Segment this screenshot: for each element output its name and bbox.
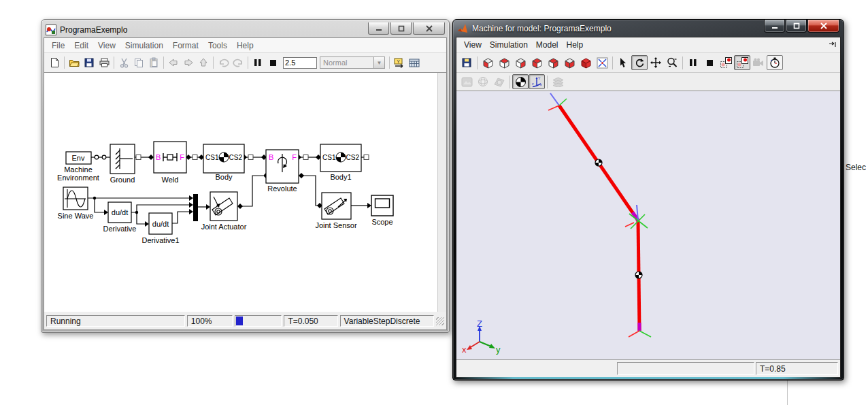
block-derivative[interactable]: du/dt Derivative xyxy=(103,202,137,233)
body1-cs1: CS1 xyxy=(322,154,336,161)
block-body[interactable]: CS1 CS2 Body xyxy=(203,144,244,181)
block-revolute[interactable]: B F Revolute xyxy=(266,150,299,193)
block-body1[interactable]: CS1 CS2 Body1 xyxy=(320,144,361,181)
block-machine-environment[interactable]: Env Machine Environment xyxy=(57,152,99,182)
update-rate-button[interactable] xyxy=(767,55,783,70)
library-browser-icon: Y xyxy=(393,57,405,68)
minimize-button[interactable] xyxy=(764,20,785,33)
print-button[interactable] xyxy=(97,56,112,69)
pause-button[interactable] xyxy=(685,55,701,70)
picture-icon xyxy=(461,77,473,87)
redo-button[interactable] xyxy=(231,56,246,69)
back-button[interactable] xyxy=(166,56,181,69)
highlight-machine-button[interactable] xyxy=(718,55,734,70)
open-button[interactable] xyxy=(67,56,82,69)
simulation-mode-dropdown[interactable]: Normal ▼ xyxy=(320,56,385,69)
select-tool-button[interactable] xyxy=(615,55,631,70)
machine-3d-viewport[interactable]: Z y x xyxy=(456,91,840,360)
zoom-tool-button[interactable] xyxy=(664,55,680,70)
menu-overflow-arrow-icon[interactable] xyxy=(829,42,837,48)
menu-simulation[interactable]: Simulation xyxy=(120,39,168,52)
view-left-button[interactable] xyxy=(480,55,496,70)
fit-to-view-button[interactable] xyxy=(594,55,610,70)
status-state-text: Running xyxy=(50,317,81,326)
restore-icon xyxy=(398,25,405,32)
whole-machine-view-button[interactable] xyxy=(734,55,750,70)
block-mux[interactable] xyxy=(193,194,198,221)
arrow-right-icon xyxy=(183,58,194,67)
undo-button[interactable] xyxy=(216,56,231,69)
machine-toolbar-row1 xyxy=(456,53,840,73)
menu-view[interactable]: View xyxy=(460,39,486,51)
close-icon xyxy=(426,25,433,32)
ellipsoid-display-button[interactable] xyxy=(475,74,491,89)
paste-icon xyxy=(148,57,159,68)
menu-simulation[interactable]: Simulation xyxy=(486,39,532,51)
resize-grip[interactable] xyxy=(436,317,444,325)
convex-hull-display-button[interactable] xyxy=(491,74,507,89)
show-coordinate-systems-button[interactable]: Y x z xyxy=(529,74,545,89)
simulation-stop-time-input[interactable] xyxy=(283,57,317,69)
pointer-icon xyxy=(618,57,628,68)
stop-button[interactable] xyxy=(701,55,718,70)
minimize-button[interactable] xyxy=(368,22,389,35)
menu-model[interactable]: Model xyxy=(532,39,563,51)
menu-help[interactable]: Help xyxy=(563,39,588,51)
block-joint-actuator[interactable]: Joint Actuator xyxy=(201,192,247,231)
close-button[interactable] xyxy=(413,22,445,35)
block-ground[interactable]: Ground xyxy=(110,144,135,184)
machine-titlebar[interactable]: Machine for model: ProgramaExemplo xyxy=(456,20,841,37)
view-right-button[interactable] xyxy=(512,55,529,70)
maximize-button[interactable] xyxy=(786,20,807,33)
machine-env-text: Env xyxy=(72,154,85,162)
menu-view[interactable]: View xyxy=(93,39,120,52)
model-browser-button[interactable] xyxy=(407,56,422,69)
up-button[interactable] xyxy=(196,56,211,69)
block-joint-sensor[interactable]: Joint Sensor xyxy=(315,193,356,229)
center-of-mass-icon xyxy=(336,152,346,162)
cut-button[interactable] xyxy=(116,56,131,69)
view-top-button[interactable] xyxy=(496,55,512,70)
block-derivative1[interactable]: du/dt Derivative1 xyxy=(141,213,179,244)
rotate-tool-button[interactable] xyxy=(631,55,648,70)
restore-button[interactable] xyxy=(390,22,412,35)
block-weld[interactable]: B F Weld xyxy=(154,142,186,184)
forward-button[interactable] xyxy=(181,56,196,69)
block-scope[interactable]: Scope xyxy=(371,195,393,226)
save-button[interactable] xyxy=(82,56,97,69)
model-canvas[interactable]: Env Machine Environment Ground xyxy=(44,73,446,312)
status-solver-text: VariableStepDiscrete xyxy=(344,317,420,326)
menu-tools[interactable]: Tools xyxy=(203,39,232,52)
view-back-button[interactable] xyxy=(545,55,561,70)
simulink-titlebar[interactable]: ProgramaExemplo xyxy=(44,22,447,37)
machine-time-text: T=0.85 xyxy=(760,364,786,374)
record-animation-button[interactable] xyxy=(750,55,767,70)
view-isometric-button[interactable] xyxy=(578,55,594,70)
block-sine-wave[interactable]: Sine Wave xyxy=(58,187,94,220)
view-front-button[interactable] xyxy=(529,55,545,70)
new-document-icon xyxy=(49,57,60,68)
toolbar-separator xyxy=(682,56,683,69)
pause-simulation-button[interactable] xyxy=(250,56,265,69)
canvas-scrollbar[interactable] xyxy=(437,73,446,312)
menu-help[interactable]: Help xyxy=(232,39,258,52)
show-center-of-gravity-button[interactable] xyxy=(512,74,529,89)
view-bottom-button[interactable] xyxy=(561,55,578,70)
stop-simulation-button[interactable] xyxy=(265,56,280,69)
copy-button[interactable] xyxy=(131,56,146,69)
paste-button[interactable] xyxy=(146,56,161,69)
close-button[interactable] xyxy=(807,20,839,33)
pan-tool-button[interactable] xyxy=(648,55,664,70)
surface-detail-button[interactable] xyxy=(550,74,566,89)
center-of-mass-marker xyxy=(635,272,642,278)
body-cs1: CS1 xyxy=(205,154,219,161)
save-button[interactable] xyxy=(458,55,475,70)
menu-format[interactable]: Format xyxy=(168,39,203,52)
new-model-button[interactable] xyxy=(47,56,62,69)
menu-file[interactable]: File xyxy=(47,39,69,52)
pause-icon xyxy=(689,59,697,67)
toolbar-separator xyxy=(114,56,114,69)
library-browser-button[interactable]: Y xyxy=(392,56,407,69)
wireframe-display-button[interactable] xyxy=(458,74,475,89)
menu-edit[interactable]: Edit xyxy=(69,39,93,52)
